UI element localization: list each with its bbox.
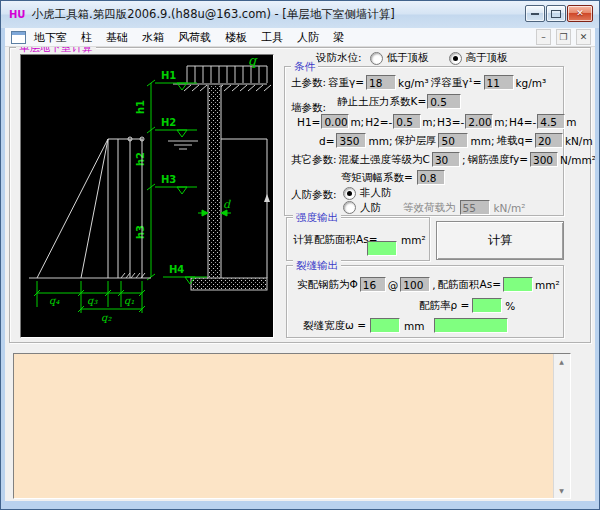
crack-width-note-output [434,318,508,333]
surcharge-label: 堆载q= [496,134,532,148]
calc-as-label: 计算配筋面积As= [293,233,377,247]
output-scrollbar[interactable]: ▲ ▼ [553,354,570,498]
label-q2: q₂ [101,312,112,324]
crack-width-row: 裂缝宽度ω = mm [303,318,508,333]
cover-input[interactable]: 50 [438,133,468,148]
label-H4: H4 [169,264,184,275]
h2-input[interactable]: 0.5 [393,114,421,129]
child-minimize-button[interactable]: – [536,29,551,45]
moment-input[interactable]: 0.8 [417,170,445,185]
rebar-at-label: @ [388,279,399,291]
h1-label: H1= [297,116,320,128]
wall-continue-arrow [264,194,270,202]
k-label: 静止土压力系数K= [337,95,426,109]
water-level-label: 设防水位: [316,51,362,65]
strength-output-caption: 强度输出 [293,211,341,225]
h4-unit: m [566,116,576,128]
cover-unit: mm; [470,135,494,147]
crack-output-caption: 裂缝输出 [293,259,341,273]
civil-defense-row: 人防 等效荷载为 55 kN/m² [343,200,525,215]
moment-row: 弯矩调幅系数= 0.8 [341,170,445,185]
wall-heights-row: H1= 0.00 m; H2=- 0.5 m; H3=- 2.00 m; H4=… [297,114,576,129]
calculate-button[interactable]: 计算 [436,221,564,260]
cover-label: 保护层厚 [394,134,436,148]
buoyant-label: 浮容重γ¹= [431,76,482,90]
equiv-load-input[interactable]: 55 [460,200,490,215]
menu-item-8[interactable]: 人防 [297,30,319,45]
equiv-load-label: 等效荷载为 [403,201,456,215]
k-row: 静止土压力系数K= 0.5 [337,94,461,109]
menu-item-3[interactable]: 基础 [106,30,128,45]
ratio-unit: % [505,300,515,312]
window-title: 小虎工具箱.第四版2006.9.(h88u@163.com) - [单层地下室侧… [32,7,395,22]
steel-input[interactable]: 300 [530,152,558,167]
rebar-comma: , [432,279,435,291]
menu-item-6[interactable]: 楼板 [225,30,247,45]
buoyant-input[interactable]: 11 [484,75,514,90]
actual-as-unit: mm² [535,279,560,291]
radio-below-top-slab-label[interactable]: 低于顶板 [387,51,429,65]
menu-item-5[interactable]: 风荷载 [178,30,211,45]
calc-as-unit: mm² [401,234,426,246]
maximize-button[interactable] [546,5,566,22]
child-window-icon[interactable] [11,31,26,44]
crack-width-label: 裂缝宽度ω = [303,319,366,333]
screen: HU 小虎工具箱.第四版2006.9.(h88u@163.com) - [单层地… [0,0,600,510]
close-button[interactable]: ✕ [567,5,593,22]
child-restore-button[interactable]: ❐ [556,29,571,45]
rebar-row: 实配钢筋为Φ 16 @ 100 , 配筋面积As= mm² [297,277,560,292]
h4-input[interactable]: 4.5 [537,114,565,129]
radio-above-top-slab[interactable] [449,52,462,65]
label-d: d [223,198,231,211]
menu-item-1[interactable]: 地下室 [34,30,67,45]
minimize-button[interactable] [525,5,545,22]
d-input[interactable]: 350 [336,133,366,148]
maximize-icon [551,10,561,18]
thickness-row: d= 350 mm; 保护层厚 50 mm; 堆载q= 20 kN/m [319,133,593,148]
surcharge-input[interactable]: 20 [535,133,563,148]
radio-non-civil-defense[interactable] [343,187,356,200]
concrete-input[interactable]: 30 [432,152,460,167]
output-textarea[interactable]: ▲ ▼ [13,353,571,499]
k-input[interactable]: 0.5 [427,94,461,109]
soil-label: 土参数: [291,76,326,90]
crack-width-unit: mm [404,320,424,332]
h3-input[interactable]: 2.00 [465,114,493,129]
menu-item-7[interactable]: 工具 [261,30,283,45]
rebar-label: 实配钢筋为Φ [297,278,358,292]
scroll-up-icon[interactable]: ▲ [554,354,569,369]
rebar-dia-input[interactable]: 16 [360,277,386,292]
d-label: d= [319,135,334,147]
menu-item-9[interactable]: 梁 [333,30,344,45]
h1-input[interactable]: 0.00 [321,114,349,129]
scroll-down-icon[interactable]: ▼ [554,483,569,498]
d-unit: mm; [368,135,392,147]
label-h2: h2 [135,152,146,166]
radio-below-top-slab[interactable] [370,52,383,65]
h2-label: H2=- [365,116,392,128]
gamma-unit: kg/m³ [398,77,429,89]
rebar-spacing-input[interactable]: 100 [400,277,430,292]
surcharge-unit: kN/m [565,135,593,147]
gamma-label: 容重γ= [328,76,364,90]
menu-item-2[interactable]: 柱 [81,30,92,45]
radio-above-top-slab-label[interactable]: 高于顶板 [466,51,508,65]
gamma-input[interactable]: 18 [366,75,396,90]
client-area: 单层地下室计算 [5,47,595,501]
ratio-label: 配筋率ρ = [419,299,469,313]
other-params-label: 其它参数: [291,153,337,167]
child-close-button[interactable]: ✕ [576,29,591,45]
diagram-canvas: q H1 [20,54,274,338]
title-bar[interactable]: HU 小虎工具箱.第四版2006.9.(h88u@163.com) - [单层地… [1,1,599,28]
wall-section-diagram: q H1 [21,55,273,337]
radio-non-civil-defense-label[interactable]: 非人防 [360,186,392,200]
radio-civil-defense[interactable] [343,201,356,214]
soil-row: 土参数: 容重γ= 18 kg/m³ 浮容重γ¹= 11 kg/m³ [291,75,546,90]
moment-label: 弯矩调幅系数= [341,171,413,185]
condition-caption: 条件 [291,60,318,74]
radio-civil-defense-label[interactable]: 人防 [360,201,381,215]
equiv-load-unit: kN/m² [494,202,526,214]
menu-item-4[interactable]: 水箱 [142,30,164,45]
h3-label: H3=- [437,116,464,128]
label-q1: q₁ [124,295,134,307]
